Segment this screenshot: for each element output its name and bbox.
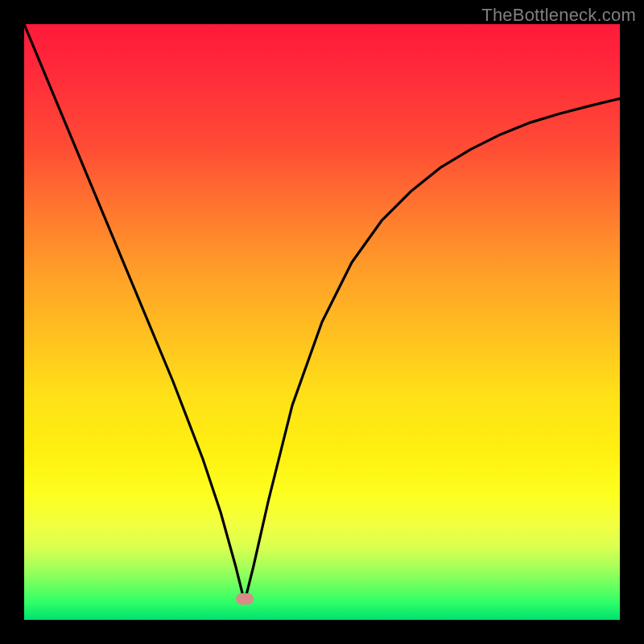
chart-area [24,24,620,620]
curve-layer [24,24,620,620]
bottleneck-curve [24,24,620,602]
minimum-marker [236,593,254,605]
watermark-text: TheBottleneck.com [481,5,636,26]
